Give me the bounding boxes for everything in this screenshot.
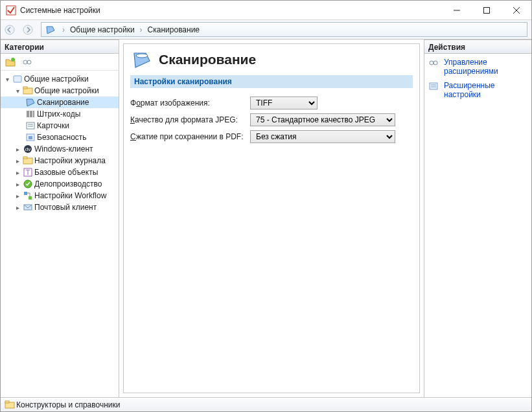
actions-panel: Действия Управлениерасширениями Расширен… [424,40,531,397]
svg-point-8 [23,60,27,64]
select-quality[interactable]: 75 - Стандартное качество JPEG [250,113,395,126]
expand-icon[interactable]: ▸ [12,144,23,154]
barcode-icon [25,109,36,119]
workflow-icon [23,190,33,201]
expand-icon[interactable]: ▸ [12,155,23,166]
tree-node-windows-client[interactable]: ▸ dv Windows-клиент [1,143,119,155]
settings-form: Формат изображения: TIFF Качество для фо… [124,91,419,149]
folder-icon [23,86,33,96]
tree-node-barcodes[interactable]: Штрих-коды [1,108,119,120]
tree-label: Сканирование [37,98,89,107]
tree-label: Настройки журнала [34,156,106,165]
action-link[interactable]: Расширенныенастройки [444,81,495,99]
tree-label: Настройки Workflow [34,191,106,200]
nav-back-button[interactable] [1,20,19,39]
svg-rect-36 [430,83,437,89]
tree-node-workflow[interactable]: ▸ Настройки Workflow [1,190,119,201]
page-title: Сканирование [159,52,256,67]
section-heading: Настройки сканирования [130,75,413,88]
expand-icon[interactable]: ▸ [12,202,23,212]
tree-label: Базовые объекты [34,168,98,177]
svg-point-34 [430,61,434,65]
svg-rect-30 [24,192,27,195]
tree-node-base-objects[interactable]: ▸ T Базовые объекты [1,166,119,178]
svg-text:T: T [26,169,30,176]
chevron-right-icon: › [58,25,69,34]
label-compression: Сжатие при сохранении в PDF: [130,132,250,141]
svg-point-7 [11,58,15,62]
expand-icon[interactable]: ▸ [12,167,23,177]
svg-point-9 [27,60,31,64]
card-icon [25,120,36,131]
label-image-format: Формат изображения: [130,98,250,108]
expand-icon[interactable]: ▸ [12,190,23,201]
close-button[interactable] [502,1,531,20]
tree-node-cards[interactable]: Карточки [1,120,119,132]
base-icon: T [23,167,33,177]
svg-point-5 [5,25,14,34]
tree-label: Штрих-коды [37,109,80,119]
svg-rect-31 [29,196,32,200]
action-link[interactable]: Управлениерасширениями [444,58,498,76]
action-manage-extensions[interactable]: Управлениерасширениями [428,58,527,76]
tree-node-scanning[interactable]: Сканирование [1,97,119,108]
actions-body: Управлениерасширениями Расширенныенастро… [424,54,531,108]
tree-label: Общие настройки [34,86,99,95]
categories-header: Категории [1,40,119,54]
scanner-icon [132,49,152,70]
tree-node-mail[interactable]: ▸ Почтовый клиент [1,201,119,213]
select-image-format[interactable]: TIFF [250,97,318,109]
svg-rect-22 [29,136,32,139]
breadcrumb-root-icon [45,25,56,35]
tree-label: Почтовый клиент [34,203,97,212]
svg-rect-26 [23,157,27,159]
svg-point-6 [23,25,32,34]
minimize-button[interactable] [442,1,472,20]
svg-point-35 [434,61,437,65]
breadcrumb-item-2[interactable]: Сканирование [148,25,200,34]
chevron-right-icon: › [136,25,146,34]
tree-label: Безопасность [37,133,87,142]
tree-node-root[interactable]: ▾ Общие настройки [1,73,119,85]
maximize-button[interactable] [472,1,502,20]
collapse-icon[interactable]: ▾ [2,74,12,84]
tree-label: Карточки [37,121,69,130]
main-inner: Сканирование Настройки сканирования Форм… [123,43,420,393]
security-icon [25,132,36,143]
scanner-icon [25,97,36,108]
nav-forward-button[interactable] [19,20,37,39]
action-advanced-settings[interactable]: Расширенныенастройки [428,81,527,99]
tree-label: Windows-клиент [34,144,93,154]
body: Категории ▾ Общие настройки ▾ Общие наст… [1,40,531,397]
actions-header: Действия [424,40,531,54]
svg-rect-18 [27,122,34,129]
window: Системные настройки › Общие настройки › … [0,0,532,412]
collapse-icon[interactable]: ▾ [12,86,23,96]
tree-node-docflow[interactable]: ▸ Делопроизводство [1,178,119,190]
page-header: Сканирование [124,44,419,75]
row-compression: Сжатие при сохранении в PDF: Без сжатия [130,128,413,145]
svg-point-33 [136,54,148,58]
link-button[interactable] [20,55,34,69]
link-icon [428,58,439,68]
categories-tree: ▾ Общие настройки ▾ Общие настройки Скан… [1,71,119,397]
select-compression[interactable]: Без сжатия [250,130,395,143]
svg-rect-12 [23,87,27,89]
window-title: Системные настройки [20,6,442,15]
statusbar: Конструкторы и справочники [1,397,531,411]
titlebar: Системные настройки [1,1,531,20]
expand-icon[interactable]: ▸ [12,179,23,189]
main-panel: Сканирование Настройки сканирования Форм… [119,40,424,397]
mail-icon [23,202,33,212]
new-folder-button[interactable] [3,55,17,69]
tree-node-security[interactable]: Безопасность [1,132,119,143]
tree-node-journal[interactable]: ▸ Настройки журнала [1,155,119,166]
breadcrumb-item-1[interactable]: Общие настройки [70,25,135,34]
categories-toolbar [1,54,119,71]
folder-icon [12,74,23,84]
tree-label: Общие настройки [24,74,89,84]
breadcrumb[interactable]: › Общие настройки › Сканирование [41,22,527,37]
tree-label: Делопроизводство [34,179,102,189]
tree-node-general[interactable]: ▾ Общие настройки [1,85,119,97]
navbar: › Общие настройки › Сканирование [1,20,531,40]
